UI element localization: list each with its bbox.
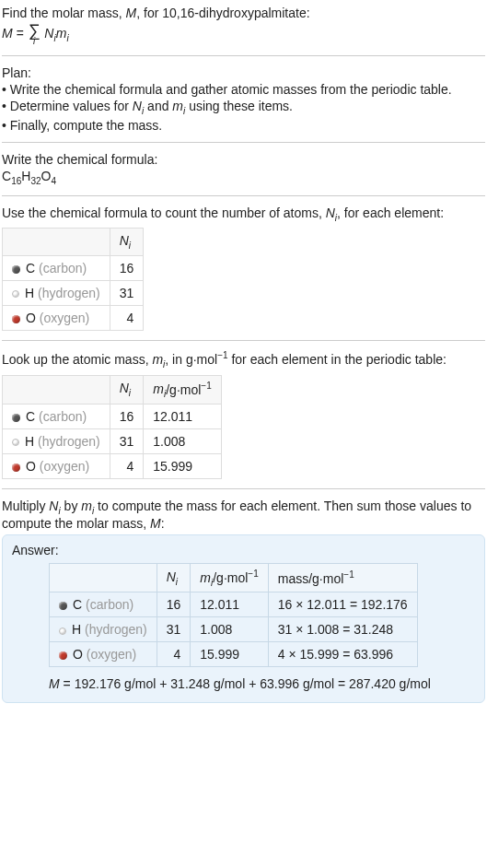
- plan-title: Plan:: [2, 65, 485, 80]
- answer-box: Answer: Ni mi/g·mol−1 mass/g·mol−1 C (ca…: [2, 534, 485, 703]
- answer-table: Ni mi/g·mol−1 mass/g·mol−1 C (carbon) 16…: [49, 563, 418, 667]
- page: Find the molar mass, M, for 10,16-dihydr…: [0, 0, 487, 707]
- col-mi: mi/g·mol−1: [144, 375, 221, 404]
- divider: [2, 488, 485, 489]
- count-table: Ni C (carbon) 16 H (hydrogen) 31 O (oxyg…: [2, 228, 144, 331]
- step3-title: Look up the atomic mass, mi, in g·mol−1 …: [2, 350, 485, 369]
- table-row: H (hydrogen) 31 1.008: [3, 429, 222, 454]
- divider: [2, 340, 485, 341]
- table-row: H (hydrogen) 31: [3, 281, 144, 306]
- sigma-icon: ∑i: [29, 22, 41, 46]
- table-row: O (oxygen) 4 15.999: [3, 454, 222, 479]
- chemical-formula: C16H32O4: [2, 169, 485, 186]
- oxygen-bullet-icon: [12, 463, 20, 472]
- intro-line: Find the molar mass, M, for 10,16-dihydr…: [2, 6, 485, 20]
- eq-mi: mi: [56, 26, 69, 41]
- table-row: O (oxygen) 4 15.999 4 × 15.999 = 63.996: [50, 642, 418, 667]
- table-row: C (carbon) 16 12.011: [3, 405, 222, 429]
- intro-M: M: [126, 6, 137, 20]
- hydrogen-bullet-icon: [12, 290, 19, 298]
- carbon-bullet-icon: [59, 602, 67, 610]
- col-element: [50, 563, 157, 592]
- col-mi: mi/g·mol−1: [191, 563, 268, 592]
- carbon-bullet-icon: [12, 265, 20, 274]
- table-row: H (hydrogen) 31 1.008 31 × 1.008 = 31.24…: [50, 617, 418, 642]
- col-Ni: Ni: [110, 375, 144, 404]
- final-answer: M = 192.176 g/mol + 31.248 g/mol + 63.99…: [49, 676, 475, 691]
- divider: [2, 55, 485, 56]
- divider: [2, 142, 485, 143]
- oxygen-bullet-icon: [12, 315, 20, 323]
- table-header-row: Ni mi/g·mol−1 mass/g·mol−1: [50, 563, 418, 592]
- col-element: [3, 229, 110, 256]
- table-row: C (carbon) 16 12.011 16 × 12.011 = 192.1…: [50, 592, 418, 617]
- col-Ni: Ni: [157, 563, 191, 592]
- table-header-row: Ni: [3, 229, 144, 256]
- eq-lhs: M =: [2, 26, 28, 41]
- mass-table: Ni mi/g·mol−1 C (carbon) 16 12.011 H (hy…: [2, 375, 222, 479]
- molar-mass-equation: M = ∑i Nimi: [2, 22, 485, 46]
- oxygen-bullet-icon: [59, 651, 67, 660]
- step2-title: Use the chemical formula to count the nu…: [2, 205, 485, 223]
- table-row: C (carbon) 16: [3, 256, 144, 281]
- sym-Ni: Ni: [133, 99, 144, 113]
- table-row: O (oxygen) 4: [3, 306, 144, 331]
- col-element: [3, 375, 110, 404]
- plan-bullet-3: • Finally, compute the mass.: [2, 118, 485, 133]
- hydrogen-bullet-icon: [59, 628, 66, 635]
- step1-title: Write the chemical formula:: [2, 152, 485, 167]
- answer-body: Ni mi/g·mol−1 mass/g·mol−1 C (carbon) 16…: [12, 563, 475, 691]
- plan-bullet-2: • Determine values for Ni and mi using t…: [2, 99, 485, 116]
- step4-text: Multiply Ni by mi to compute the mass fo…: [2, 499, 485, 531]
- hydrogen-bullet-icon: [12, 439, 19, 446]
- sym-mi: mi: [172, 99, 185, 113]
- table-header-row: Ni mi/g·mol−1: [3, 375, 222, 404]
- answer-header: Answer:: [12, 543, 475, 557]
- intro-text-b: , for 10,16-dihydroxypalmitate:: [136, 6, 309, 20]
- divider: [2, 195, 485, 196]
- carbon-bullet-icon: [12, 414, 20, 422]
- col-mass: mass/g·mol−1: [268, 563, 417, 592]
- intro-text-a: Find the molar mass,: [2, 6, 126, 20]
- eq-Ni: Ni: [44, 26, 55, 41]
- plan-bullet-1: • Write the chemical formula and gather …: [2, 82, 485, 97]
- col-Ni: Ni: [110, 229, 144, 256]
